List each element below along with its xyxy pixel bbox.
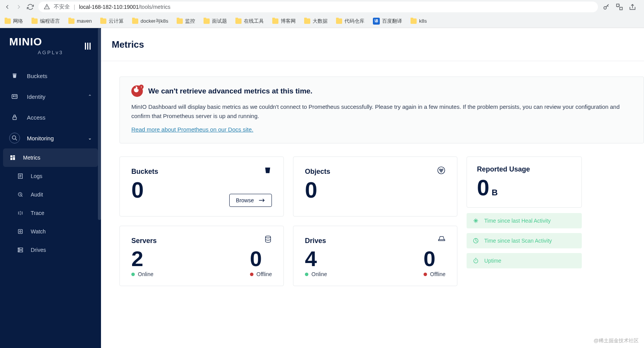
sidebar-item-logs[interactable]: Logs — [0, 167, 101, 185]
sidebar-item-access[interactable]: Access — [0, 107, 101, 128]
sidebar-item-label: Metrics — [23, 155, 40, 161]
online-dot-icon — [305, 273, 308, 276]
share-icon[interactable] — [629, 3, 636, 11]
sidebar-item-buckets[interactable]: Buckets — [0, 65, 101, 86]
folder-icon — [132, 18, 138, 24]
bookmark-item[interactable]: maven — [68, 18, 92, 24]
not-secure-icon — [44, 4, 50, 10]
sidebar-item-drives[interactable]: Drives — [0, 241, 101, 259]
sidebar-item-label: Buckets — [27, 73, 47, 79]
usage-unit: B — [492, 188, 498, 197]
reported-usage-card: Reported Usage 0B — [467, 157, 582, 208]
sidebar-item-label: Monitoring — [27, 135, 54, 142]
bookmark-item[interactable]: 博客网 — [272, 18, 296, 25]
trace-icon — [17, 210, 24, 216]
sidebar-item-watch[interactable]: Watch — [0, 222, 101, 241]
collapse-sidebar-button[interactable] — [85, 43, 92, 50]
drive-icon — [438, 235, 445, 241]
address-bar[interactable]: 不安全 | local-168-182-110:19001/tools/metr… — [38, 2, 598, 12]
logs-icon — [17, 173, 24, 180]
bucket-icon — [263, 166, 272, 175]
servers-offline-value: 0 — [250, 248, 272, 270]
offline-dot-icon — [250, 273, 253, 276]
sidebar-item-monitoring[interactable]: Monitoring⌄ — [0, 128, 101, 148]
objects-value: 0 — [305, 179, 445, 201]
offline-dot-icon — [424, 273, 427, 276]
folder-icon — [204, 18, 210, 24]
page-title: Metrics — [112, 39, 144, 50]
usage-title: Reported Usage — [477, 165, 571, 173]
folder-icon — [177, 18, 183, 24]
sidebar-item-label: Trace — [31, 210, 44, 216]
alert-title: We can't retrieve advanced metrics at th… — [148, 87, 313, 95]
usage-value: 0 — [477, 175, 489, 200]
sidebar-item-label: Identity — [27, 93, 45, 100]
key-icon[interactable] — [603, 3, 610, 11]
main-content: Metrics ! We can't retrieve advanced met… — [101, 28, 644, 348]
url-path: /tools/metrics — [139, 4, 170, 10]
drives-card: Drives 4Online 0Offline — [293, 226, 457, 286]
folder-icon — [100, 18, 106, 24]
bookmark-item[interactable]: 面试题 — [204, 18, 227, 25]
folder-icon — [411, 18, 417, 24]
alert-docs-link[interactable]: Read more about Prometheus on our Docs s… — [131, 126, 253, 133]
activity-scan[interactable]: Time since last Scan Activity — [467, 233, 582, 248]
folder-icon — [31, 18, 38, 24]
activity-heal[interactable]: Time since last Heal Activity — [467, 213, 582, 228]
svg-rect-1 — [617, 4, 619, 7]
url-host: local-168-182-110:19001 — [79, 4, 139, 10]
svg-rect-9 — [13, 157, 15, 160]
browse-button[interactable]: Browse — [229, 194, 272, 207]
svg-point-18 — [19, 251, 19, 251]
svg-point-17 — [19, 248, 19, 249]
svg-rect-2 — [620, 7, 622, 10]
drives-title: Drives — [305, 237, 445, 245]
sidebar-item-identity[interactable]: Identity⌃ — [0, 86, 101, 107]
search-icon — [9, 133, 20, 143]
bookmark-item[interactable]: 大数据 — [304, 18, 328, 25]
folder-icon — [272, 18, 278, 24]
alert-body: MinIO Dashboard will display basic metri… — [131, 102, 632, 121]
sidebar-item-label: Drives — [31, 247, 46, 253]
sidebar-item-audit[interactable]: Audit — [0, 185, 101, 204]
svg-point-23 — [265, 236, 270, 238]
brand-logo: MINIO — [9, 36, 92, 48]
heal-icon — [473, 218, 479, 224]
bookmark-item[interactable]: 在线工具 — [235, 18, 264, 25]
bookmark-item[interactable]: 代码仓库 — [336, 18, 364, 25]
sidebar-item-label: Access — [27, 114, 45, 121]
activity-uptime[interactable]: Uptime — [467, 253, 582, 268]
bookmark-item[interactable]: 译百度翻译 — [373, 18, 402, 25]
svg-point-4 — [13, 96, 14, 97]
bookmark-item[interactable]: 云计算 — [100, 18, 124, 25]
prometheus-alert: ! We can't retrieve advanced metrics at … — [119, 77, 644, 143]
servers-card: Servers 2Online 0Offline — [119, 226, 284, 286]
dashboard-icon — [9, 154, 16, 161]
svg-rect-13 — [18, 230, 23, 234]
objects-card: Objects 0 — [293, 157, 457, 216]
bookmark-item[interactable]: 监控 — [177, 18, 195, 25]
translate-badge-icon: 译 — [373, 18, 380, 25]
translate-icon[interactable] — [616, 3, 623, 11]
folder-icon — [5, 18, 11, 24]
svg-point-21 — [442, 169, 443, 170]
bucket-icon — [9, 70, 20, 81]
forward-icon[interactable] — [15, 3, 22, 10]
back-icon[interactable] — [4, 3, 11, 10]
sidebar-item-label: Logs — [31, 173, 42, 179]
sidebar-item-trace[interactable]: Trace — [0, 204, 101, 222]
browser-chrome: 不安全 | local-168-182-110:19001/tools/metr… — [0, 0, 644, 28]
bookmark-item[interactable]: k8s — [411, 18, 427, 24]
bookmark-item[interactable]: 网络 — [5, 18, 23, 25]
reload-icon[interactable] — [27, 3, 34, 10]
buckets-title: Buckets — [131, 168, 272, 176]
not-secure-label: 不安全 — [54, 3, 70, 10]
svg-rect-10 — [10, 158, 12, 160]
bookmark-item[interactable]: docker与k8s — [132, 18, 168, 25]
sidebar: MINIO AGPLv3 BucketsIdentity⌃AccessMonit… — [0, 28, 101, 348]
bookmark-item[interactable]: 编程语言 — [31, 18, 60, 25]
objects-icon — [437, 166, 445, 175]
online-dot-icon — [131, 273, 135, 276]
watermark: @稀土掘金技术社区 — [594, 337, 639, 344]
sidebar-item-metrics[interactable]: Metrics — [3, 148, 98, 167]
